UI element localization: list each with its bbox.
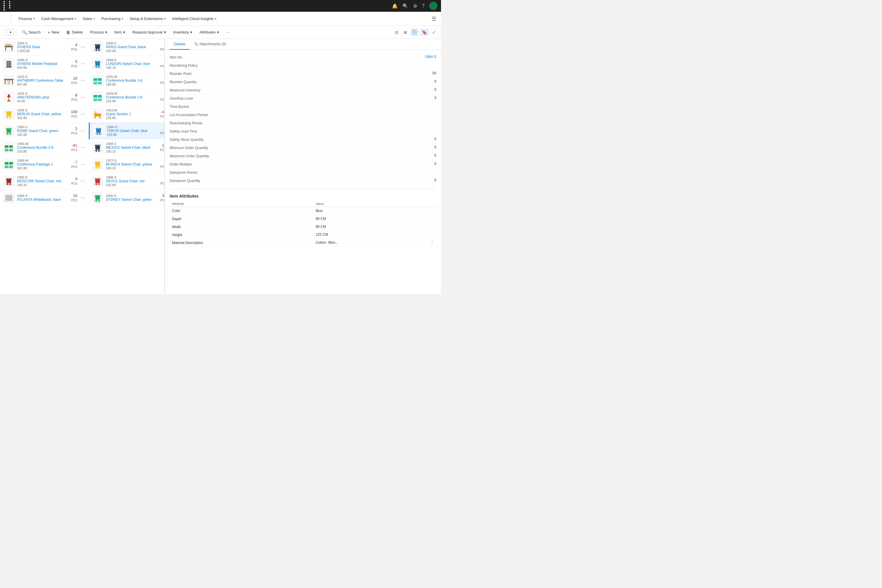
list-item[interactable]: 1968-S MEXICO Swivel Chair, black 190.10… (89, 140, 165, 156)
list-item[interactable]: 1896-S ATHENS Desk 1,000.80 4 PCS ··· (0, 39, 89, 56)
list-item[interactable]: 2000-S SYDNEY Swivel Chair, green 38 PCS… (89, 190, 165, 206)
list-item[interactable]: 1969-W Conference Package 1 341.80 -7 PC… (0, 156, 89, 173)
svg-rect-71 (96, 149, 97, 152)
item-name[interactable]: Conference Package 1 (17, 162, 63, 166)
filter-icon-button[interactable]: ⊟ (393, 29, 400, 36)
new-button[interactable]: + New (45, 29, 62, 36)
item-name[interactable]: Conference Bundle 1-6 (106, 78, 152, 82)
list-item[interactable]: 1925-W Conference Bundle 1-6 188.80 0 PC… (89, 72, 165, 89)
apps-icon[interactable] (3, 1, 14, 10)
list-item[interactable]: 1906-S ATHENS Mobile Pedestal 433.60 5 P… (0, 56, 89, 72)
item-button[interactable]: Item ▾ (111, 29, 128, 36)
item-more-button[interactable]: ··· (80, 195, 86, 201)
item-code: 1896-S (17, 42, 63, 45)
nav-item-sales[interactable]: Sales ▾ (80, 15, 98, 22)
item-image (3, 75, 15, 86)
filter-all-button[interactable]: ▾ (6, 29, 14, 36)
layout-icon-button[interactable]: ⊞ (402, 29, 409, 36)
list-item[interactable]: 1960-S ROME Guest Chair, green 192.80 2 … (0, 123, 89, 140)
svg-rect-39 (6, 178, 12, 180)
list-item[interactable]: 1900-S PARIS Guest Chair, black 192.80 0… (89, 39, 165, 56)
item-more-button[interactable]: ··· (80, 94, 86, 100)
item-more-button[interactable]: ··· (80, 44, 86, 50)
top-bar-right: 🔔 🔍 ⚙ ? (387, 2, 438, 10)
delete-button[interactable]: 🗑 Delete (63, 29, 86, 36)
nav-more-icon[interactable]: ☰ (432, 16, 436, 22)
item-name[interactable]: LONDON Swivel Chair, blue (106, 62, 152, 66)
list-item[interactable]: 1908-S LONDON Swivel Chair, blue 190.10 … (89, 56, 165, 72)
list-item[interactable]: 1965-W Conference Bundle 2-8 233.80 -81 … (0, 140, 89, 156)
item-more-button[interactable]: ··· (80, 178, 86, 184)
detail-field-value[interactable]: 1964-S (222, 55, 436, 59)
item-name[interactable]: ROME Guest Chair, green (17, 129, 63, 133)
item-name[interactable]: AMSTERDAM Lamp (17, 95, 63, 99)
list-item[interactable]: 1929-W Conference Bundle 1-8 233.80 0 PC… (89, 89, 165, 106)
nav-item-purchasing[interactable]: Purchasing ▾ (99, 15, 126, 22)
chevron-down-icon: ▾ (93, 17, 95, 20)
item-price: 233.80 (106, 99, 152, 103)
attribute-row: Depth 80 CM (170, 215, 436, 223)
more-button[interactable]: ··· (223, 29, 232, 36)
item-details: 1968-S MEXICO Swivel Chair, black 190.10 (106, 142, 152, 153)
item-more-button[interactable]: ··· (80, 128, 86, 134)
item-qty-unit: PCS (160, 182, 165, 185)
svg-rect-30 (9, 149, 13, 152)
attr-action-icon[interactable]: ⋮ (430, 240, 434, 244)
list-item[interactable]: 1953-W Guest Section 1 125.80 -49 PCS ··… (89, 106, 165, 123)
inventory-button[interactable]: Inventory ▾ (170, 29, 195, 36)
help-icon[interactable]: ? (422, 3, 424, 9)
list-item[interactable]: 1920-S ANTWERP Conference Table 647.80 1… (0, 72, 89, 89)
gear-icon[interactable]: ⚙ (413, 3, 417, 9)
info-icon-button[interactable]: ⓘ (411, 28, 418, 36)
item-name[interactable]: Guest Section 1 (106, 112, 152, 116)
item-more-button[interactable]: ··· (80, 145, 86, 150)
request-approval-button[interactable]: Request Approval ▾ (129, 29, 169, 36)
item-name[interactable]: MUNICH Swivel Chair, yellow (106, 162, 152, 166)
tab-attachments[interactable]: 📎 Attachments (0) (190, 39, 231, 50)
svg-rect-5 (6, 67, 12, 68)
item-name[interactable]: BERLIN Guest Chair, yellow (17, 112, 63, 116)
list-item[interactable]: 1936-S BERLIN Guest Chair, yellow 192.80… (0, 106, 89, 123)
item-name[interactable]: PARIS Guest Chair, black (106, 45, 152, 49)
item-more-button[interactable]: ··· (80, 162, 86, 167)
expand-icon-button[interactable]: ⤢ (430, 29, 438, 36)
item-qty-number: 0 (154, 177, 165, 181)
item-name[interactable]: SYDNEY Swivel Chair, green (106, 198, 152, 202)
nav-item-finance[interactable]: Finance ▾ (16, 15, 38, 22)
attributes-button[interactable]: Attributes ▾ (196, 29, 222, 36)
bookmark-icon-button[interactable]: 🔖 (420, 29, 429, 36)
item-more-button[interactable]: ··· (80, 61, 86, 66)
item-name[interactable]: ANTWERP Conference Table (17, 78, 63, 82)
item-name[interactable]: ATLANTA Whiteboard, base (17, 198, 63, 202)
attr-value: 80 CM (314, 215, 436, 223)
search-button[interactable]: 🔍 Search (19, 29, 44, 36)
list-item[interactable]: 1928-S AMSTERDAM Lamp 54.90 8 PCS ··· (0, 89, 89, 106)
tab-details[interactable]: Details (170, 39, 190, 50)
item-name[interactable]: ATHENS Desk (17, 45, 63, 49)
nav-item-cash-management[interactable]: Cash Management ▾ (38, 15, 79, 22)
new-label: New (51, 30, 59, 34)
item-name[interactable]: ATHENS Mobile Pedestal (17, 62, 63, 66)
item-name[interactable]: Conference Bundle 2-8 (17, 146, 63, 150)
item-name[interactable]: TOKYO Guest Chair, blue (107, 129, 152, 133)
search-icon[interactable]: 🔍 (402, 3, 408, 9)
bell-icon[interactable]: 🔔 (392, 3, 398, 9)
item-name[interactable]: SEOUL Guest Chair, red (106, 179, 152, 183)
item-name[interactable]: MOSCOW Swivel Chair, red (17, 179, 63, 183)
list-item[interactable]: 1972-S MUNICH Swivel Chair, yellow 190.1… (89, 156, 165, 173)
item-more-button[interactable]: ··· (80, 111, 86, 117)
nav-item-intelligent-cloud[interactable]: Intelligent Cloud Insights ▾ (169, 15, 219, 22)
list-item[interactable]: 1964-S TOKYO Guest Chair, blue 192.80 4 … (89, 123, 165, 140)
user-avatar[interactable] (429, 2, 438, 10)
item-more-button[interactable]: ··· (80, 78, 86, 83)
item-quantity: 8 PCS (66, 93, 77, 102)
nav-item-setup-extensions[interactable]: Setup & Extensions ▾ (127, 15, 168, 22)
list-item[interactable]: 1996-S ATLANTA Whiteboard, base 10 PCS ·… (0, 190, 89, 206)
item-name[interactable]: Conference Bundle 1-8 (106, 95, 152, 99)
process-button[interactable]: Process ▾ (87, 29, 110, 36)
list-item[interactable]: 1980-S MOSCOW Swivel Chair, red 190.10 0… (0, 173, 89, 190)
item-image (92, 75, 104, 86)
list-item[interactable]: 1988-S SEOUL Guest Chair, red 192.80 0 P… (89, 173, 165, 190)
svg-point-64 (95, 133, 102, 135)
item-name[interactable]: MEXICO Swivel Chair, black (106, 146, 152, 150)
